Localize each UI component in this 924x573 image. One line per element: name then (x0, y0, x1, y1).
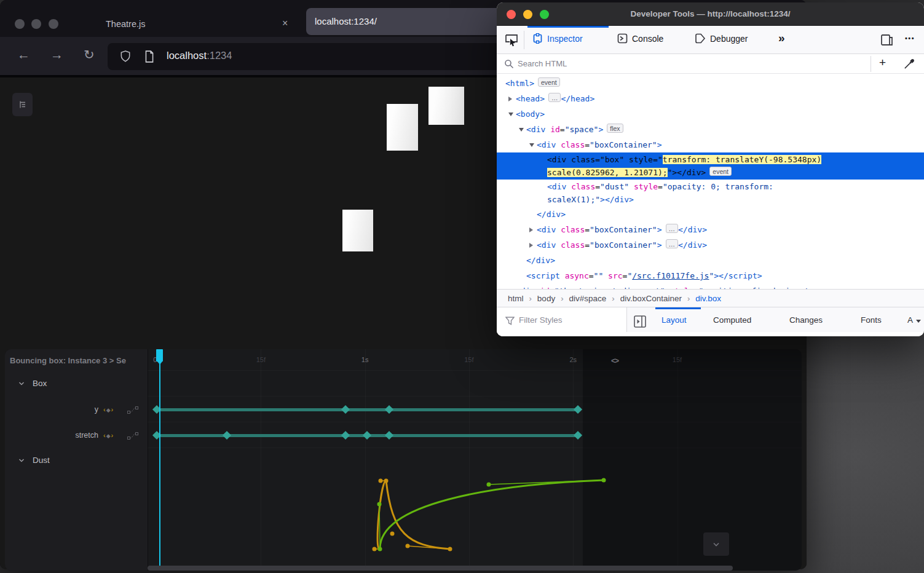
screen: Theatre.js × localhost:1234/ ← → ↻ local… (0, 0, 924, 573)
tab-changes[interactable]: Changes (789, 315, 823, 325)
tag-token: > (657, 140, 662, 149)
attribute-value-token: "dust" (600, 182, 629, 191)
tab-debugger[interactable]: Debugger (695, 33, 748, 44)
curve-control-point[interactable] (378, 547, 382, 551)
markup-row[interactable]: <div class="boxContainer">…</div> (497, 237, 924, 253)
curve-control-point[interactable] (602, 478, 606, 483)
event-badge[interactable]: flex (607, 124, 623, 133)
caret-open-icon[interactable] (529, 143, 534, 147)
breadcrumb-item[interactable]: html (508, 294, 524, 303)
breadcrumb-item[interactable]: div#space (569, 294, 606, 303)
ellipsis-badge[interactable]: … (666, 239, 679, 248)
clipped-content-sliver (497, 332, 924, 336)
markup-row[interactable]: <div id="theatrejs-studio-root" style="p… (497, 283, 924, 289)
link-token[interactable]: /src.f10117fe.js (632, 271, 709, 280)
markup-view: <html>event<head>…</head><body><div id="… (497, 74, 924, 289)
breadcrumb-item[interactable]: div.boxContainer (620, 294, 682, 303)
markup-row[interactable]: <script async="" src="/src.f10117fe.js">… (497, 268, 924, 283)
devtools-close-button[interactable] (507, 10, 516, 19)
more-tabs-icon[interactable]: » (778, 31, 785, 45)
breadcrumb-separator-icon: › (529, 294, 532, 303)
event-badge[interactable]: event (709, 167, 732, 176)
markup-row[interactable]: <div class="dust" style="opacity: 0; tra… (497, 180, 924, 207)
tab-computed[interactable]: Computed (713, 315, 751, 325)
add-node-icon[interactable]: + (879, 56, 886, 69)
ellipsis-badge[interactable]: … (548, 93, 561, 102)
meatball-menu-icon[interactable]: ••• (905, 34, 915, 42)
tag-token: <html> (505, 79, 534, 88)
tab-inspector[interactable]: Inspector (532, 33, 583, 44)
tab-fonts[interactable]: Fonts (861, 315, 882, 325)
devtools-minimize-button[interactable] (523, 10, 532, 19)
breadcrumb-separator-icon: › (687, 294, 690, 303)
curve-control-point[interactable] (487, 483, 491, 487)
caret-open-icon[interactable] (519, 128, 524, 132)
punctuation-token (566, 182, 571, 191)
devtools-zoom-button[interactable] (540, 10, 549, 19)
attribute-name-token: class (571, 182, 595, 191)
breadcrumb-item[interactable]: div.box (695, 294, 721, 303)
back-icon[interactable]: ← (17, 47, 30, 62)
playhead-handle[interactable] (156, 349, 163, 362)
tab-localhost-label: localhost:1234/ (315, 8, 377, 35)
responsive-design-icon[interactable] (880, 33, 894, 47)
collapse-graph-button[interactable] (703, 532, 729, 556)
shield-icon[interactable] (120, 50, 131, 63)
attribute-name-token: async (565, 271, 589, 280)
expand-pane-icon[interactable] (633, 315, 647, 328)
bouncing-box-1 (428, 87, 464, 125)
markup-row[interactable]: <div class="boxContainer">…</div> (497, 222, 924, 237)
tab-layout[interactable]: Layout (661, 315, 687, 325)
curve-control-point[interactable] (448, 547, 452, 551)
reload-icon[interactable]: ↻ (84, 47, 95, 62)
tab-overflow-dropdown-icon[interactable] (915, 319, 922, 323)
window-minimize-button[interactable] (31, 19, 41, 29)
caret-closed-icon[interactable] (529, 243, 533, 248)
window-close-button[interactable] (15, 19, 25, 29)
search-icon (504, 59, 514, 69)
ellipsis-badge[interactable]: … (666, 224, 679, 233)
page-icon[interactable] (144, 50, 154, 63)
curve-control-point[interactable] (377, 502, 382, 507)
tab-theatrejs[interactable]: Theatre.js (106, 19, 145, 29)
curve-control-point[interactable] (406, 544, 410, 548)
curve-control-point[interactable] (384, 479, 389, 483)
curve-control-point[interactable] (379, 479, 383, 483)
timeline-horizontal-scrollbar[interactable] (148, 566, 733, 571)
caret-closed-icon[interactable] (508, 97, 512, 101)
caret-open-icon[interactable] (508, 113, 513, 116)
markup-row-selected[interactable]: <div class="box" style="transform: trans… (497, 152, 924, 180)
sequence-editor-panel: Bouncing box: Instance 3 > Se 0s15f1s15f… (5, 349, 802, 571)
attribute-value-token: "space" (565, 125, 599, 134)
markup-row[interactable]: <body> (497, 106, 924, 122)
punctuation-token: = (589, 271, 594, 280)
element-picker-icon[interactable] (504, 33, 519, 47)
curve-control-point[interactable] (390, 532, 395, 536)
curve-control-point[interactable] (373, 547, 377, 551)
tag-token: > (657, 240, 662, 250)
window-zoom-button[interactable] (49, 19, 58, 29)
tab-console[interactable]: Console (617, 33, 663, 44)
filter-styles-input[interactable]: Filter Styles (519, 315, 563, 325)
event-badge[interactable]: event (538, 77, 560, 87)
markup-row[interactable]: <html>event (497, 76, 924, 91)
punctuation-token: = (658, 182, 663, 191)
markup-row[interactable]: <head>…</head> (497, 91, 924, 106)
graph-editor[interactable] (5, 349, 802, 571)
playhead-line[interactable] (159, 349, 160, 566)
outliner-button[interactable] (12, 93, 33, 116)
breadcrumb-item[interactable]: body (537, 294, 555, 303)
tag-token: <div (537, 240, 556, 250)
close-tab-icon[interactable]: × (282, 18, 288, 29)
markup-row[interactable]: </div> (497, 253, 924, 268)
tab-cut[interactable]: A (907, 315, 913, 325)
markup-row[interactable]: <div class="boxContainer"> (497, 137, 924, 152)
search-html-input[interactable]: Search HTML (518, 59, 567, 68)
toolbar-separator (524, 31, 524, 49)
markup-row[interactable]: <div id="space">flex (497, 122, 924, 137)
forward-icon[interactable]: → (50, 47, 63, 62)
markup-row[interactable]: </div> (497, 207, 924, 222)
devtools-toolbar: Inspector Console Debugger » ••• (497, 26, 924, 54)
eyedropper-icon[interactable] (904, 58, 915, 69)
caret-closed-icon[interactable] (529, 227, 533, 232)
